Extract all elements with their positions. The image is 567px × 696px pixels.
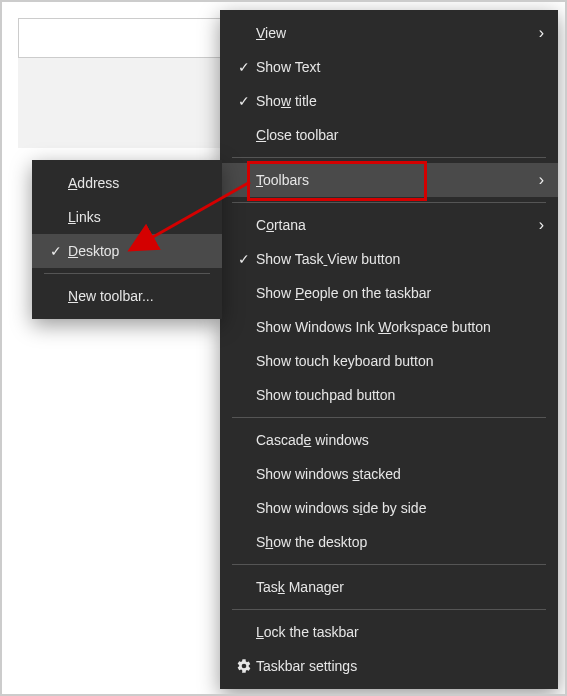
menu-item-taskbar-settings[interactable]: Taskbar settings bbox=[220, 649, 558, 683]
menu-item-people[interactable]: Show People on the taskbar bbox=[220, 276, 558, 310]
menu-separator bbox=[232, 202, 546, 203]
menu-item-label: Show touch keyboard button bbox=[256, 353, 544, 369]
menu-item-address[interactable]: Address bbox=[32, 166, 222, 200]
menu-separator bbox=[232, 564, 546, 565]
menu-separator bbox=[232, 417, 546, 418]
menu-item-desktop[interactable]: ✓Desktop bbox=[32, 234, 222, 268]
menu-separator bbox=[44, 273, 210, 274]
menu-item-label: Show Text bbox=[256, 59, 544, 75]
menu-separator bbox=[232, 609, 546, 610]
menu-item-label: Task Manager bbox=[256, 579, 544, 595]
chevron-right-icon: › bbox=[528, 24, 544, 42]
menu-item-links[interactable]: Links bbox=[32, 200, 222, 234]
menu-item-show-text[interactable]: ✓Show Text bbox=[220, 50, 558, 84]
menu-item-task-view-btn[interactable]: ✓Show Task View button bbox=[220, 242, 558, 276]
menu-item-label: Close toolbar bbox=[256, 127, 544, 143]
taskbar-context-menu: View›✓Show Text✓Show titleClose toolbarT… bbox=[220, 10, 558, 689]
menu-item-show-title[interactable]: ✓Show title bbox=[220, 84, 558, 118]
menu-item-ink-workspace[interactable]: Show Windows Ink Workspace button bbox=[220, 310, 558, 344]
gear-icon bbox=[232, 658, 256, 674]
check-icon: ✓ bbox=[232, 93, 256, 109]
chevron-right-icon: › bbox=[528, 216, 544, 234]
menu-item-label: New toolbar... bbox=[68, 288, 208, 304]
menu-item-touch-keyboard[interactable]: Show touch keyboard button bbox=[220, 344, 558, 378]
menu-item-cortana[interactable]: Cortana› bbox=[220, 208, 558, 242]
menu-item-label: Show windows stacked bbox=[256, 466, 544, 482]
menu-item-label: Show touchpad button bbox=[256, 387, 544, 403]
menu-item-label: Toolbars bbox=[256, 172, 528, 188]
menu-separator bbox=[232, 157, 546, 158]
menu-item-label: Address bbox=[68, 175, 208, 191]
menu-item-touchpad[interactable]: Show touchpad button bbox=[220, 378, 558, 412]
menu-item-label: Links bbox=[68, 209, 208, 225]
menu-item-label: Show Windows Ink Workspace button bbox=[256, 319, 544, 335]
menu-item-close-toolbar[interactable]: Close toolbar bbox=[220, 118, 558, 152]
chevron-right-icon: › bbox=[528, 171, 544, 189]
menu-item-show-desktop[interactable]: Show the desktop bbox=[220, 525, 558, 559]
menu-item-label: Show windows side by side bbox=[256, 500, 544, 516]
menu-item-label: Show title bbox=[256, 93, 544, 109]
menu-item-view[interactable]: View› bbox=[220, 16, 558, 50]
check-icon: ✓ bbox=[232, 59, 256, 75]
menu-item-label: Show Task View button bbox=[256, 251, 544, 267]
menu-item-new-toolbar[interactable]: New toolbar... bbox=[32, 279, 222, 313]
menu-item-cascade[interactable]: Cascade windows bbox=[220, 423, 558, 457]
menu-item-task-manager[interactable]: Task Manager bbox=[220, 570, 558, 604]
menu-item-stacked[interactable]: Show windows stacked bbox=[220, 457, 558, 491]
check-icon: ✓ bbox=[44, 243, 68, 259]
menu-item-label: Show the desktop bbox=[256, 534, 544, 550]
menu-item-toolbars[interactable]: Toolbars› bbox=[220, 163, 558, 197]
menu-item-lock-taskbar[interactable]: Lock the taskbar bbox=[220, 615, 558, 649]
menu-item-label: Lock the taskbar bbox=[256, 624, 544, 640]
check-icon: ✓ bbox=[232, 251, 256, 267]
toolbars-submenu: AddressLinks✓DesktopNew toolbar... bbox=[32, 160, 222, 319]
menu-item-side-by-side[interactable]: Show windows side by side bbox=[220, 491, 558, 525]
menu-item-label: Desktop bbox=[68, 243, 208, 259]
menu-item-label: Cascade windows bbox=[256, 432, 544, 448]
menu-item-label: Taskbar settings bbox=[256, 658, 544, 674]
menu-item-label: Cortana bbox=[256, 217, 528, 233]
menu-item-label: Show People on the taskbar bbox=[256, 285, 544, 301]
menu-item-label: View bbox=[256, 25, 528, 41]
